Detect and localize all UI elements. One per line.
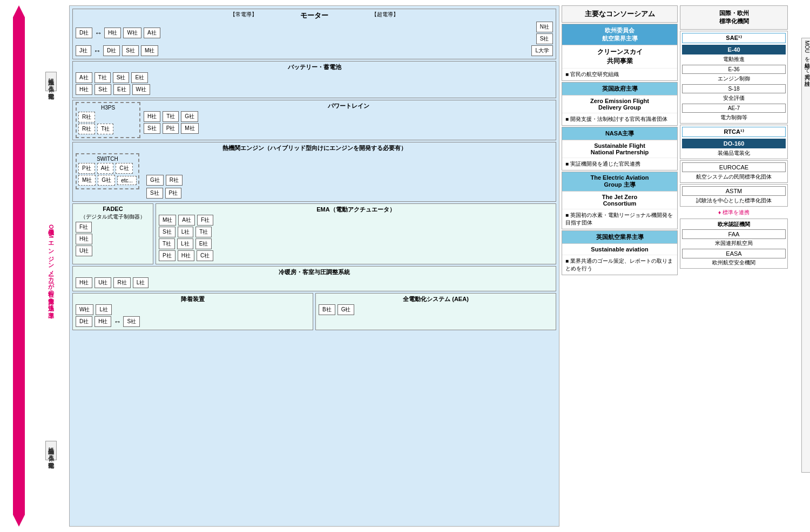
company-box: N社: [536, 22, 553, 32]
company-box: S社: [536, 33, 553, 44]
thermal-title: 熱機関エンジン（ハイブリッド型向けにエンジンを開発する必要有）: [76, 144, 553, 152]
company-box: W社: [76, 304, 93, 315]
s18-desc: 安全評価: [682, 94, 786, 102]
cooling-title: 冷暖房・客室与圧調整系統: [76, 268, 553, 276]
company-box: E社: [131, 72, 148, 83]
mou-label: MOUを締結して共同で検討: [801, 38, 810, 473]
company-box: G社: [146, 175, 164, 186]
consortium-desc-sfnp: ■ 実証機開発を通じた官民連携: [562, 158, 677, 170]
motor-label-super: 【超電導】: [372, 11, 399, 21]
main-label: 機体OEM・エンジンメーカーが各社の連携を迅速に主導: [46, 223, 56, 309]
s18-label: S-18: [682, 84, 786, 93]
consortium-name-sa: Sustainable aviation: [562, 243, 677, 255]
company-box: T社: [195, 227, 212, 237]
company-box: M社: [159, 215, 176, 226]
cooling-section: 冷暖房・客室与圧調整系統 H社 U社 R社 L社: [72, 266, 556, 291]
company-box: E社: [113, 84, 130, 95]
company-box: H社: [104, 28, 121, 38]
consortium-cleansky: 欧州委員会航空業界主導 クリーンスカイ共同事業 ■ 官民の航空研究組織: [562, 24, 678, 81]
company-box: M社: [181, 123, 198, 134]
e40-label: E-40: [682, 45, 786, 54]
standards-title: 国際・欧州標準化機関: [680, 5, 788, 30]
do160-desc: 装備品電装化: [682, 149, 786, 157]
powertrain-section: H3PS R社 R社 T社 パワートレイン H社 T社 G社: [72, 100, 556, 140]
consortium-name-cleansky: クリーンスカイ共同事業: [562, 45, 677, 68]
company-box: U社: [94, 277, 111, 288]
consortium-header-eag: The Electric AviationGroup 主導: [562, 172, 677, 191]
rtca-label: RTCA¹⁾: [682, 127, 786, 137]
consortium-jetzero: The Electric AviationGroup 主導 The Jet Ze…: [562, 172, 678, 229]
company-box: H社: [76, 84, 92, 95]
consortium-header-uk: 英国政府主導: [562, 83, 677, 95]
consortium-desc-cleansky: ■ 官民の航空研究組織: [562, 68, 677, 80]
cert-bodies: 欧米認証機関 FAA 米国連邦航空局 EASA 欧州航空安全機関: [680, 219, 788, 269]
company-box: T社: [94, 72, 111, 83]
fadec-ema-row: FADEC （デジタル式電子制御器） F社 H社 U社 EMA（電動アクチュエー…: [72, 203, 556, 264]
company-box: S社: [144, 123, 160, 134]
company-box: P社: [165, 188, 182, 199]
faa-desc: 米国連邦航空局: [682, 240, 786, 247]
consortium-title: 主要なコンソーシアム: [562, 5, 678, 23]
company-box: L大学: [531, 45, 553, 56]
company-box: H社: [94, 316, 111, 327]
company-box: S社: [159, 227, 176, 237]
company-box: R社: [78, 112, 95, 122]
e36-label: E-36: [682, 65, 786, 74]
ema-section: EMA（電動アクチュエータ） M社 A社 F社 S社 L社 T社 T社 L社 E…: [156, 203, 556, 264]
consortium-name-zefg: Zero Emission FlightDelivery Group: [562, 95, 677, 113]
eurocae-label: EUROCAE: [682, 162, 786, 172]
company-box: F社: [197, 215, 213, 226]
company-box: R社: [166, 175, 183, 186]
consortium-panel: 主要なコンソーシアム 欧州委員会航空業界主導 クリーンスカイ共同事業 ■ 官民の…: [562, 5, 678, 527]
company-box: S社: [122, 45, 139, 56]
ema-title: EMA（電動アクチュエータ）: [159, 206, 553, 214]
company-box: J社: [76, 45, 91, 56]
consortium-nasa: NASA主導 Sustainable FlightNational Partne…: [562, 127, 678, 170]
company-box: L社: [177, 238, 193, 249]
motor-title: モーター: [300, 11, 328, 21]
company-box: S社: [146, 188, 163, 199]
consortium-header-eu: 欧州委員会航空業界主導: [562, 24, 677, 45]
standards-panel: 国際・欧州標準化機関 SAE¹⁾ E-40 電動推進 E-36 エンジン制御 S…: [680, 5, 788, 527]
consortium-desc-sa: ■ 業界共通のゴール策定、レポートの取りまとめを行う: [562, 255, 677, 275]
sae-group: SAE¹⁾ E-40 電動推進 E-36 エンジン制御 S-18 安全評価 AE…: [680, 31, 788, 124]
consortium-sa: 英国航空業界主導 Sustainable aviation ■ 業界共通のゴール…: [562, 230, 678, 275]
company-box: A社: [144, 28, 160, 38]
company-box: C社: [116, 163, 132, 174]
company-box: S社: [94, 84, 111, 95]
eurocae-group: EUROCAE 航空システムの民間標準化団体: [680, 160, 788, 183]
fadec-section: FADEC （デジタル式電子制御器） F社 H社 U社: [72, 203, 153, 264]
company-box: S社: [113, 72, 130, 83]
company-box: H社: [144, 111, 160, 122]
battery-title: バッテリー・蓄電池: [76, 63, 553, 71]
ae7-desc: 電力制御等: [682, 114, 786, 121]
company-box: B社: [319, 304, 335, 315]
faa-label: FAA: [682, 229, 786, 239]
landing-aea-row: 降着装置 W社 L社 D社 H社 ↔ S社 全電動化システム (AEA) B社 …: [72, 293, 556, 330]
company-box: F社: [76, 222, 92, 233]
company-box: D社: [103, 45, 120, 56]
fadec-title: FADEC: [76, 206, 150, 212]
company-box: H社: [178, 250, 194, 261]
e40-desc: 電動推進: [682, 56, 786, 63]
consortium-name-sfnp: Sustainable FlightNational Partnership: [562, 140, 677, 158]
h3ps-label: H3PS: [78, 105, 138, 111]
consortium-header-sa: 英国航空業界主導: [562, 231, 677, 243]
consortium-zefg: 英国政府主導 Zero Emission FlightDelivery Grou…: [562, 82, 678, 126]
cert-title: 欧米認証機関: [682, 221, 786, 228]
company-box: H社: [76, 277, 92, 288]
company-box: R社: [78, 124, 95, 134]
ae7-label: AE-7: [682, 104, 786, 113]
astm-label: ASTM: [682, 186, 786, 196]
consortium-desc-jetzero: ■ 英国初の水素・電動リージョナル機開発を目指す団体: [562, 209, 677, 229]
company-box: D社: [76, 28, 92, 38]
company-box: U社: [76, 245, 92, 256]
company-box: G社: [181, 111, 198, 122]
company-box: M社: [78, 175, 96, 186]
company-box: P社: [163, 123, 179, 134]
aea-title: 全電動化システム (AEA): [319, 295, 553, 303]
easa-desc: 欧州航空安全機関: [682, 259, 786, 267]
sae-label: SAE¹⁾: [682, 33, 786, 43]
company-box: A社: [178, 215, 195, 226]
motor-label-conventional: 【常電導】: [230, 11, 257, 21]
